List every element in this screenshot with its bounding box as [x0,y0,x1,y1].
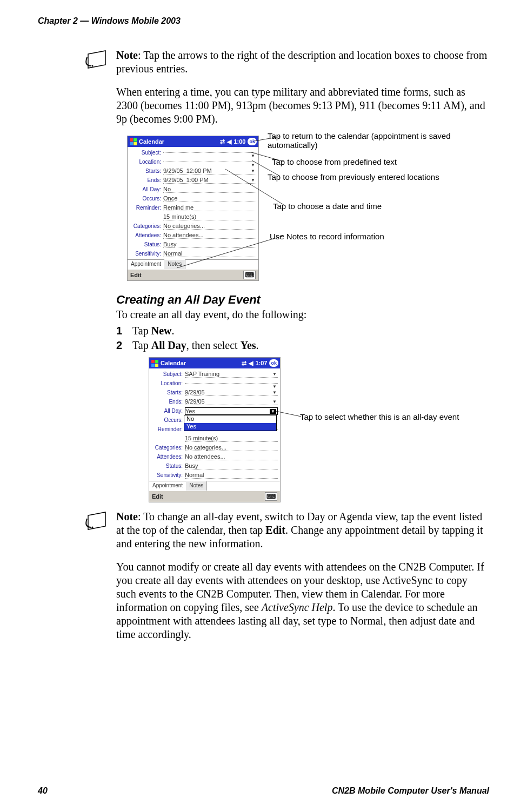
location-field[interactable]: ▼ [163,162,256,162]
sensitivity-field[interactable]: Normal [163,250,256,257]
location-field[interactable]: ▼ [185,383,278,384]
ends-field[interactable]: 9/29/05▼ [185,398,278,405]
page-header: Chapter 2 — Windows Mobile 2003 [38,16,489,26]
keyboard-icon[interactable]: ⌨ [265,492,277,501]
reminder-field[interactable]: Remind me [163,204,256,211]
note-2-text: Note: To change an all-day event, switch… [116,510,489,551]
field-label: All Day: [150,408,185,414]
device-titlebar: Calendar ⇄ ◀ 1:07 ok [149,358,280,368]
field-label: Reminder: [129,205,163,211]
field-label: Location: [150,380,185,386]
svg-point-0 [92,65,94,67]
sensitivity-field[interactable]: Normal [185,472,278,479]
field-label: Sensitivity: [129,251,163,257]
step-1: 1 Tap New. [116,325,489,337]
body-paragraph-attendees: You cannot modify or create all day even… [116,560,489,641]
body-paragraph-time-formats: When entering a time, you can type milit… [116,85,489,126]
svg-rect-12 [151,364,155,367]
attendees-field[interactable]: No attendees... [163,232,256,239]
screenshot-calendar-new: Calendar ⇄ ◀ 1:00 ok Subject:▼ Location:… [127,136,489,281]
app-name: Calendar [161,360,186,366]
categories-field[interactable]: No categories... [185,444,278,451]
edit-menu[interactable]: Edit [152,493,163,500]
chevron-down-icon[interactable]: ▼ [251,178,255,183]
subject-field[interactable]: ▼ [163,152,256,153]
svg-rect-3 [130,142,133,145]
field-label: Categories: [150,445,185,451]
chevron-down-icon[interactable]: ▼ [251,163,255,167]
callout-allday: Tap to select whether this is an all-day… [300,412,459,421]
field-label: Occurs: [129,196,163,202]
field-label: Attendees: [129,232,163,238]
page-number: 40 [38,786,48,796]
svg-rect-11 [155,360,158,363]
svg-rect-2 [134,138,137,142]
chevron-down-icon[interactable]: ▼ [251,169,255,173]
section-heading-allday: Creating an All Day Event [116,293,489,307]
tab-appointment[interactable]: Appointment [128,260,164,270]
ok-button[interactable]: ok [248,138,257,145]
field-label: Ends: [150,399,185,405]
attendees-field[interactable]: No attendees... [185,453,278,460]
device-titlebar: Calendar ⇄ ◀ 1:00 ok [128,136,258,147]
allday-field[interactable]: Yes▼ [185,407,278,415]
speaker-icon: ◀ [227,138,231,145]
svg-rect-13 [155,364,158,367]
svg-rect-10 [151,360,155,363]
chevron-down-icon[interactable]: ▼ [272,384,277,389]
chevron-down-icon[interactable]: ▼ [251,153,255,158]
chevron-down-icon[interactable]: ▼ [272,390,277,395]
ok-button[interactable]: ok [269,359,278,367]
field-label: Status: [150,463,185,469]
field-label: Sensitivity: [150,472,185,478]
speaker-icon: ◀ [249,360,253,367]
field-label: Attendees: [150,454,185,460]
field-label: Ends: [129,177,163,183]
categories-field[interactable]: No categories... [163,223,256,230]
chevron-down-icon[interactable]: ▼ [272,399,277,404]
chevron-down-icon[interactable]: ▼ [270,409,276,414]
callout-starts: Tap to choose a date and time [273,202,382,211]
allday-option-yes[interactable]: Yes [184,423,276,431]
app-name: Calendar [139,138,164,145]
field-label: Reminder: [150,426,185,432]
chevron-down-icon[interactable]: ▼ [272,372,277,377]
section-intro: To create an all day event, do the follo… [116,308,489,321]
step-2: 2 Tap All Day, then select Yes. [116,339,489,352]
callout-notes: Use Notes to record information [270,232,384,241]
ends-field[interactable]: 9/29/051:00 PM▼ [163,177,256,184]
field-label: Subject: [129,150,163,156]
occurs-field[interactable]: Once [163,195,256,202]
callout-ok: Tap to return to the calendar (appointme… [268,131,468,150]
windows-flag-icon [129,138,137,145]
field-label: Starts: [150,390,185,395]
svg-point-15 [92,527,94,528]
status-field[interactable]: Busy [163,241,256,248]
reminder-minutes-field[interactable]: 15 minute(s) [185,435,278,442]
tab-notes[interactable]: Notes [186,481,207,491]
callout-subject: Tap to choose from predefined text [272,157,397,166]
keyboard-icon[interactable]: ⌨ [243,271,256,279]
allday-option-no[interactable]: No [184,415,276,423]
signal-icon: ⇄ [242,360,246,367]
svg-rect-4 [134,142,137,145]
starts-field[interactable]: 9/29/0512:00 PM▼ [163,167,256,175]
reminder-minutes-field[interactable]: 15 minute(s) [163,213,256,220]
clock-text: 1:00 [234,138,245,145]
tab-appointment[interactable]: Appointment [149,481,186,491]
windows-flag-icon [151,359,158,367]
signal-icon: ⇄ [220,138,225,145]
field-label: Starts: [129,168,163,174]
status-field[interactable]: Busy [185,462,278,469]
subject-field[interactable]: SAP Training▼ [185,371,278,378]
allday-field[interactable]: No [163,186,256,193]
field-label: Location: [129,159,163,165]
callout-location: Tap to choose from previously entered lo… [268,172,439,182]
field-label: Subject: [150,371,185,377]
starts-field[interactable]: 9/29/05▼ [185,389,278,396]
allday-popup[interactable]: No Yes [184,415,277,431]
tab-notes[interactable]: Notes [164,259,185,269]
edit-menu[interactable]: Edit [130,272,142,278]
field-label: Occurs: [150,417,185,423]
field-label: Categories: [129,223,163,229]
